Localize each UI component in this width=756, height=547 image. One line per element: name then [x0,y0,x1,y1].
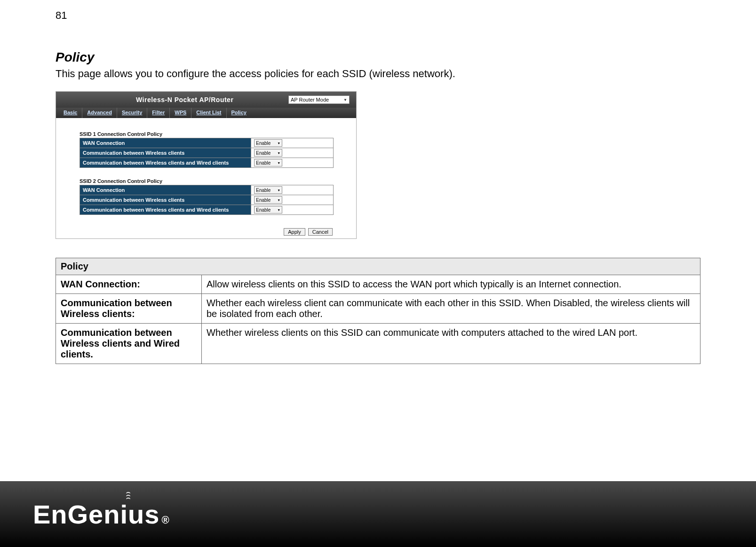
engenius-logo: EnGenius ® ⌢⌢⌢ [33,499,170,530]
brand-text: EnGenius [33,499,159,530]
table-row: Communication between Wireless clients E… [80,148,334,158]
screenshot-header: Wireless-N Pocket AP/Router AP Router Mo… [56,92,356,108]
select-value: Enable [256,151,271,156]
desc-value: Allow wireless clients on this SSID to a… [202,275,700,294]
table-row: Communication between Wireless clients a… [80,205,334,215]
select-value: Enable [256,207,271,213]
cancel-button[interactable]: Cancel [308,228,333,236]
select-value: Enable [256,188,271,193]
page-footer: EnGenius ® ⌢⌢⌢ [0,481,756,547]
tab-policy[interactable]: Policy [227,108,251,118]
desc-value: Whether each wireless client can communi… [202,294,700,324]
row-label: Communication between Wireless clients a… [80,158,251,168]
chevron-down-icon: ▼ [277,198,280,202]
desc-key: Communication between Wireless clients: [56,294,202,324]
registered-icon: ® [161,514,169,526]
select-value: Enable [256,160,271,166]
wifi-icon: ⌢⌢⌢ [121,491,135,499]
table-row: WAN Connection: Allow wireless clients o… [56,275,700,294]
chevron-down-icon: ▼ [343,98,347,102]
wan-connection-select[interactable]: Enable ▼ [254,186,282,194]
desc-key: Communication between Wireless clients a… [56,324,202,364]
device-title: Wireless-N Pocket AP/Router [136,96,233,103]
tab-filter[interactable]: Filter [147,108,170,118]
chevron-down-icon: ▼ [277,208,280,212]
tab-advanced[interactable]: Advanced [82,108,117,118]
table-row: WAN Connection Enable ▼ [80,138,334,148]
table-row: Communication between Wireless clients a… [80,158,334,168]
chevron-down-icon: ▼ [277,161,280,165]
table-row: Communication between Wireless clients: … [56,294,700,324]
mode-select[interactable]: AP Router Mode ▼ [288,95,350,104]
chevron-down-icon: ▼ [277,189,280,192]
desc-key: WAN Connection: [56,275,202,294]
wan-connection-select[interactable]: Enable ▼ [254,139,282,147]
ssid2-policy-table: WAN Connection Enable ▼ Communication be… [80,185,334,215]
table-row: Communication between Wireless clients a… [56,324,700,364]
row-label: Communication between Wireless clients [80,148,251,158]
tab-security[interactable]: Security [117,108,147,118]
section-description: This page allows you to configure the ac… [56,68,700,80]
tab-client-list[interactable]: Client List [191,108,226,118]
wired-comm-select[interactable]: Enable ▼ [254,206,282,214]
table-row: Communication between Wireless clients E… [80,195,334,205]
row-label: Communication between Wireless clients a… [80,205,251,215]
wired-comm-select[interactable]: Enable ▼ [254,159,282,166]
row-label: WAN Connection [80,138,251,148]
button-row: Apply Cancel [56,221,356,238]
policy-description-table: Policy WAN Connection: Allow wireless cl… [56,258,700,364]
policy-screenshot: Wireless-N Pocket AP/Router AP Router Mo… [56,91,357,239]
wireless-comm-select[interactable]: Enable ▼ [254,149,282,157]
apply-button[interactable]: Apply [284,228,305,236]
desc-value: Whether wireless clients on this SSID ca… [202,324,700,364]
ssid1-policy-table: WAN Connection Enable ▼ Communication be… [80,138,334,168]
chevron-down-icon: ▼ [277,142,280,145]
wireless-comm-select[interactable]: Enable ▼ [254,196,282,204]
section-title: Policy [56,50,700,65]
tab-wps[interactable]: WPS [170,108,191,118]
group-title-ssid2: SSID 2 Connection Control Policy [80,178,356,184]
chevron-down-icon: ▼ [277,151,280,155]
tab-basic[interactable]: Basic [59,108,82,118]
table-row: WAN Connection Enable ▼ [80,185,334,195]
screenshot-body: SSID 1 Connection Control Policy WAN Con… [56,118,356,221]
page-number: 81 [56,9,700,22]
row-label: Communication between Wireless clients [80,195,251,205]
row-label: WAN Connection [80,185,251,195]
tab-bar: Basic Advanced Security Filter WPS Clien… [56,108,356,118]
select-value: Enable [256,141,271,146]
mode-select-value: AP Router Mode [291,97,329,103]
desc-table-header: Policy [56,258,700,275]
select-value: Enable [256,198,271,203]
group-title-ssid1: SSID 1 Connection Control Policy [80,131,356,137]
